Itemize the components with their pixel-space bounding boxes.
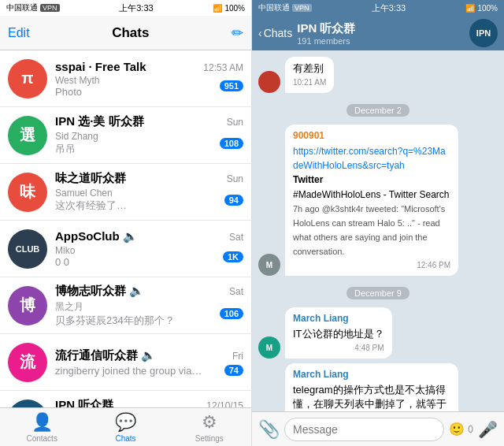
chat-content: 博物志听众群 🔈 Sat 黑之月 贝多芬诞辰234年的那个？ 106 xyxy=(55,284,243,328)
date-divider: December 2 xyxy=(258,102,498,117)
msg-sender: March Liang xyxy=(293,312,384,325)
msg-text: telegram的操作方式也是不太搞得懂，在聊天列表中删掉了，就等于从群里退出了… xyxy=(293,384,447,411)
chat-name: 味之道听众群 xyxy=(55,171,126,186)
chat-header-info: IPN 听众群 191 members xyxy=(297,21,465,46)
chat-list-item[interactable]: 選 IPN 选·美 听众群 Sun Sid Zhang 吊吊 108 xyxy=(0,107,251,164)
tab-label: Chats xyxy=(115,434,135,443)
chat-preview: zingiberry joined the group via invite l… xyxy=(55,365,205,377)
chat-content: 流行通信听众群 🔈 Fri zingiberry joined the grou… xyxy=(55,348,243,377)
tab-label: Settings xyxy=(195,434,224,443)
chat-content: IPN 听众群 12/10/15 Nick 并不是 xyxy=(55,398,243,407)
chat-avatar: 流 xyxy=(8,343,47,382)
chat-top: 流行通信听众群 🔈 Fri xyxy=(55,348,243,363)
right-carrier: 中国联通 xyxy=(258,2,290,13)
message-bubble: March Liang IT公论群的地址是？ 4:48 PM xyxy=(285,307,392,359)
chat-badge: 74 xyxy=(224,365,243,376)
chat-top: IPN 选·美 听众群 Sun xyxy=(55,114,243,129)
date-divider: December 9 xyxy=(258,285,498,299)
tab-contacts[interactable]: 👤 Contacts xyxy=(10,412,73,443)
chat-sub: Miko xyxy=(55,245,181,256)
compose-button[interactable]: ✏ xyxy=(232,24,243,42)
sticker-icon[interactable]: 🙂 xyxy=(449,422,465,437)
chat-name: 博物志听众群 🔈 xyxy=(55,284,144,299)
chat-bottom: Samuel Chen 这次有经验了… 94 xyxy=(55,188,243,213)
right-vpn: VPN xyxy=(292,4,312,12)
right-battery: 100% xyxy=(477,4,498,13)
right-signal-icon: 📶 xyxy=(465,4,475,13)
right-chat-avatar: IPN xyxy=(469,19,498,47)
signal-icon: 📶 xyxy=(213,4,222,13)
left-status-left: 中国联通 VPN xyxy=(6,2,60,13)
chat-badge: 1K xyxy=(223,251,243,262)
chat-time: Sat xyxy=(229,286,243,297)
chat-list-item[interactable]: π sspai · Free Talk 12:53 AM West Myth P… xyxy=(0,50,251,107)
vpn-badge: VPN xyxy=(40,4,60,12)
chat-time: Fri xyxy=(232,351,243,362)
tab-icon: 👤 xyxy=(32,412,53,433)
chats-title: Chats xyxy=(112,25,149,41)
chevron-left-icon: ‹ xyxy=(258,27,262,39)
chat-bottom: 黑之月 贝多芬诞辰234年的那个？ 106 xyxy=(55,300,243,328)
right-panel: 中国联通 VPN 上午3:33 📶 100% ‹ Chats IPN 听众群 1… xyxy=(252,0,504,446)
chat-bottom: West Myth Photo 951 xyxy=(55,75,243,98)
emoji-icon[interactable]: 0 xyxy=(468,424,473,435)
chat-content: IPN 选·美 听众群 Sun Sid Zhang 吊吊 108 xyxy=(55,114,243,156)
msg-time: 10:21 AM xyxy=(293,77,326,88)
msg-avatar: M xyxy=(258,336,280,359)
message-bubble: March Liang telegram的操作方式也是不太搞得懂，在聊天列表中删… xyxy=(285,363,458,411)
right-status-left: 中国联通 VPN xyxy=(258,2,312,13)
left-nav-bar: Edit Chats ✏ xyxy=(0,16,251,50)
battery-text: 100% xyxy=(224,4,245,13)
chat-avatar: 博 xyxy=(8,286,47,325)
back-label: Chats xyxy=(264,27,293,39)
message-input[interactable] xyxy=(284,418,444,441)
back-button[interactable]: ‹ Chats xyxy=(258,27,292,39)
chat-badge: 94 xyxy=(224,195,243,206)
msg-time: 4:48 PM xyxy=(293,343,384,354)
chat-sub: 黑之月 xyxy=(55,300,181,314)
chat-sub: West Myth xyxy=(55,75,181,86)
chat-time: Sat xyxy=(229,232,243,243)
chat-name: 流行通信听众群 🔈 xyxy=(55,348,156,363)
chat-badge: 106 xyxy=(220,308,243,319)
chat-avatar: π xyxy=(8,59,47,98)
chat-bottom: Miko 0 0 1K xyxy=(55,245,243,268)
msg-link[interactable]: https://twitter.com/search?q=%23MadeWith… xyxy=(293,146,446,171)
chat-preview: Photo xyxy=(55,86,205,98)
attach-button[interactable]: 📎 xyxy=(258,419,280,440)
tab-settings[interactable]: ⚙ Settings xyxy=(178,412,241,443)
msg-text: IT公论群的地址是？ xyxy=(293,328,384,340)
msg-text: 有差别 xyxy=(293,62,324,74)
chat-badge: 108 xyxy=(220,138,243,149)
chat-avatar: IPN xyxy=(8,400,47,408)
message-bubble: 有差别 10:21 AM xyxy=(285,57,334,93)
chat-preview: 这次有经验了… xyxy=(55,199,205,213)
tab-chats[interactable]: 💬 Chats xyxy=(94,412,157,443)
chat-top: 博物志听众群 🔈 Sat xyxy=(55,284,243,299)
message-row: M March Liang telegram的操作方式也是不太搞得懂，在聊天列表… xyxy=(258,363,498,411)
chat-list-item[interactable]: IPN IPN 听众群 12/10/15 Nick 并不是 xyxy=(0,391,251,407)
tab-icon: 💬 xyxy=(115,412,136,433)
chat-preview: 0 0 xyxy=(55,256,205,268)
chat-badge: 951 xyxy=(220,80,243,91)
msg-avatar: M xyxy=(258,254,280,276)
chat-list-item[interactable]: 博 博物志听众群 🔈 Sat 黑之月 贝多芬诞辰234年的那个？ 106 xyxy=(0,277,251,334)
chat-time: Sun xyxy=(227,173,243,184)
chat-list-item[interactable]: 流 流行通信听众群 🔈 Fri zingiberry joined the gr… xyxy=(0,334,251,391)
right-status-time: 上午3:33 xyxy=(372,2,406,14)
chat-list-item[interactable]: 味 味之道听众群 Sun Samuel Chen 这次有经验了… 94 xyxy=(0,164,251,221)
left-status-right: 📶 100% xyxy=(213,4,245,13)
mic-button[interactable]: 🎤 xyxy=(478,420,498,439)
input-icons: 🙂 0 xyxy=(449,422,473,437)
left-status-bar: 中国联通 VPN 上午3:33 📶 100% xyxy=(0,0,251,16)
date-label: December 2 xyxy=(346,104,410,117)
chat-preview: 贝多芬诞辰234年的那个？ xyxy=(55,314,205,328)
edit-button[interactable]: Edit xyxy=(8,26,30,40)
tab-label: Contacts xyxy=(26,434,57,443)
chat-name: sspai · Free Talk xyxy=(55,60,146,73)
messages-area: 有差别 10:21 AM December 2M 900901 https://… xyxy=(252,50,504,411)
right-input-bar: 📎 🙂 0 🎤 xyxy=(252,411,504,446)
chat-top: IPN 听众群 12/10/15 xyxy=(55,398,243,407)
msg-sender: March Liang xyxy=(293,368,450,381)
chat-list-item[interactable]: CLUB AppSoClub 🔈 Sat Miko 0 0 1K xyxy=(0,221,251,277)
